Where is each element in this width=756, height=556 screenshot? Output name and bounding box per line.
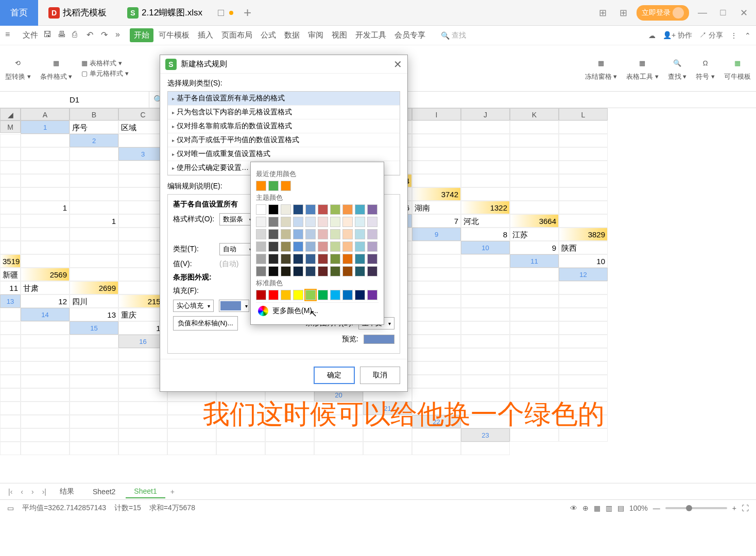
- preview-icon[interactable]: ⎙: [72, 30, 84, 41]
- color-swatch[interactable]: [305, 266, 316, 276]
- search-box[interactable]: 🔍 查找: [441, 31, 466, 40]
- view-normal-icon[interactable]: ▦: [594, 504, 600, 512]
- color-swatch[interactable]: [293, 204, 303, 215]
- color-swatch[interactable]: [305, 204, 316, 215]
- redo-icon[interactable]: ↷: [101, 30, 113, 41]
- color-swatch[interactable]: [281, 181, 291, 191]
- color-swatch[interactable]: [256, 229, 266, 239]
- tool-freeze[interactable]: ▦冻结窗格 ▾: [585, 56, 617, 81]
- tool-tablestyle[interactable]: ▦ 表格样式 ▾: [81, 59, 122, 68]
- color-swatch[interactable]: [268, 217, 279, 227]
- record-icon[interactable]: ▭: [7, 504, 14, 512]
- color-swatch[interactable]: [318, 241, 328, 252]
- color-swatch[interactable]: [281, 290, 291, 300]
- maximize-button[interactable]: □: [716, 6, 730, 20]
- color-swatch[interactable]: [355, 229, 365, 239]
- zoom-in-button[interactable]: +: [732, 504, 736, 512]
- color-swatch[interactable]: [281, 229, 291, 239]
- color-swatch[interactable]: [318, 217, 328, 227]
- color-swatch[interactable]: [342, 241, 353, 252]
- eye-icon[interactable]: 👁: [570, 504, 577, 512]
- color-swatch[interactable]: [256, 204, 266, 215]
- menu-page[interactable]: 页面布局: [218, 28, 255, 42]
- color-swatch[interactable]: [256, 181, 266, 191]
- color-swatch[interactable]: [305, 241, 316, 252]
- menu-file[interactable]: 文件: [20, 28, 41, 42]
- color-swatch[interactable]: [355, 266, 365, 276]
- print-icon[interactable]: 🖶: [58, 30, 70, 41]
- rule-item[interactable]: 仅对排名靠前或靠后的数值设置格式: [168, 119, 400, 133]
- coop-button[interactable]: 👤+ 协作: [663, 31, 692, 40]
- focus-icon[interactable]: ⊕: [582, 504, 589, 512]
- add-sheet-button[interactable]: +: [167, 488, 178, 496]
- color-swatch[interactable]: [293, 229, 303, 239]
- color-swatch[interactable]: [330, 229, 340, 239]
- color-swatch[interactable]: [318, 266, 328, 276]
- color-swatch[interactable]: [305, 290, 316, 300]
- more-icon[interactable]: »: [115, 30, 128, 41]
- value-input[interactable]: (自动): [219, 259, 238, 269]
- neg-axis-button[interactable]: 负值和坐标轴(N)...: [173, 316, 238, 331]
- sheet-nav-last[interactable]: ›|: [39, 488, 49, 496]
- color-swatch[interactable]: [293, 266, 303, 276]
- fill-color-dropdown[interactable]: [219, 300, 249, 312]
- color-swatch[interactable]: [330, 266, 340, 276]
- color-swatch[interactable]: [281, 266, 291, 276]
- cell-reference[interactable]: D1: [0, 92, 149, 108]
- view-page-icon[interactable]: ▥: [606, 504, 612, 512]
- color-swatch[interactable]: [281, 204, 291, 215]
- color-swatch[interactable]: [268, 266, 279, 276]
- color-swatch[interactable]: [293, 241, 303, 252]
- more-colors-button[interactable]: 更多颜色(M)...: [256, 302, 379, 319]
- menu-member[interactable]: 会员专享: [391, 28, 428, 42]
- color-swatch[interactable]: [256, 266, 266, 276]
- menu-data[interactable]: 数据: [281, 28, 303, 42]
- color-swatch[interactable]: [342, 254, 353, 264]
- sheet-tab[interactable]: Sheet2: [84, 485, 124, 498]
- color-swatch[interactable]: [367, 204, 377, 215]
- tab-file[interactable]: S2.12蝴蝶图.xlsx: [117, 0, 213, 26]
- color-swatch[interactable]: [268, 241, 279, 252]
- tool-tabletool[interactable]: ▦表格工具 ▾: [626, 56, 659, 81]
- color-swatch[interactable]: [281, 241, 291, 252]
- share-button[interactable]: ↗ 分享: [699, 31, 723, 40]
- menu-formula[interactable]: 公式: [257, 28, 279, 42]
- color-swatch[interactable]: [256, 217, 266, 227]
- layout-icon[interactable]: ⊞: [595, 6, 610, 20]
- color-swatch[interactable]: [330, 241, 340, 252]
- color-swatch[interactable]: [330, 254, 340, 264]
- sheet-nav-next[interactable]: ›: [28, 488, 37, 496]
- color-swatch[interactable]: [355, 241, 365, 252]
- color-swatch[interactable]: [355, 290, 365, 300]
- color-swatch[interactable]: [256, 241, 266, 252]
- color-swatch[interactable]: [367, 229, 377, 239]
- color-swatch[interactable]: [268, 254, 279, 264]
- tool-condfmt[interactable]: ▦条件格式 ▾: [40, 56, 73, 81]
- color-swatch[interactable]: [367, 217, 377, 227]
- login-button[interactable]: 立即登录: [637, 5, 689, 21]
- cancel-button[interactable]: 取消: [360, 367, 400, 384]
- tool-find[interactable]: 🔍查找 ▾: [668, 56, 687, 81]
- color-swatch[interactable]: [281, 217, 291, 227]
- tool-cellstyle[interactable]: ▢ 单元格样式 ▾: [81, 69, 129, 78]
- color-swatch[interactable]: [256, 254, 266, 264]
- menu-review[interactable]: 审阅: [305, 28, 327, 42]
- color-swatch[interactable]: [318, 229, 328, 239]
- color-swatch[interactable]: [330, 217, 340, 227]
- fullscreen-icon[interactable]: ⛶: [742, 504, 749, 512]
- color-swatch[interactable]: [330, 204, 340, 215]
- tool-symbol[interactable]: Ω符号 ▾: [696, 56, 715, 81]
- dialog-close-button[interactable]: ✕: [393, 58, 402, 71]
- color-swatch[interactable]: [342, 290, 353, 300]
- menu-dev[interactable]: 开发工具: [352, 28, 389, 42]
- sync-icon[interactable]: ☁: [648, 31, 656, 40]
- color-swatch[interactable]: [367, 266, 377, 276]
- rule-item[interactable]: 仅对唯一值或重复值设置格式: [168, 147, 400, 161]
- color-swatch[interactable]: [305, 217, 316, 227]
- color-swatch[interactable]: [367, 254, 377, 264]
- color-swatch[interactable]: [293, 217, 303, 227]
- menu-insert[interactable]: 插入: [195, 28, 216, 42]
- menu-more[interactable]: ⋮: [730, 31, 737, 40]
- collapse-ribbon[interactable]: ⌃: [745, 31, 751, 40]
- zoom-out-button[interactable]: —: [653, 504, 660, 512]
